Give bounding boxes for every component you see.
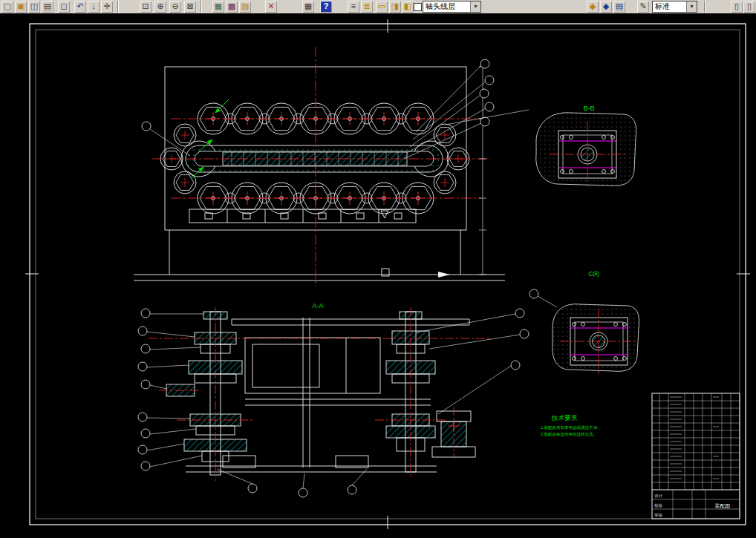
yellow-page-icon[interactable]: ◨ <box>389 1 401 13</box>
doc-glyph-2: ▯ <box>747 1 752 10</box>
palette-icon[interactable]: ▤ <box>613 1 625 13</box>
erase-glyph: ✕ <box>267 1 274 10</box>
drawing-name: 装配图 <box>715 503 731 509</box>
gold-gem-icon[interactable]: ◆ <box>587 1 599 13</box>
part-balloons-plan <box>142 59 529 159</box>
aa-outline <box>166 312 475 475</box>
image-glyph-1: ▦ <box>215 1 222 10</box>
notes-title: 技术要求 <box>551 414 578 421</box>
chevron-down-icon[interactable]: ▼ <box>686 1 697 12</box>
auditor-label: 审核 <box>654 513 663 517</box>
zoom-in-glyph: ⊕ <box>157 1 163 10</box>
notes-line-2: 2.装配后各运动件应运转灵活。 <box>541 432 597 437</box>
yellow-layer-glyph: ◧ <box>404 1 411 10</box>
technical-notes: 技术要求 1.装配前所有零件必须清洗干净; 2.装配后各运动件应运转灵活。 <box>541 414 599 437</box>
gold-gem-glyph: ◆ <box>590 1 596 10</box>
image-icon-2[interactable]: ▩ <box>226 1 238 13</box>
pencil-icon[interactable]: ✎ <box>637 1 649 13</box>
zoom-window-icon[interactable]: ⊡ <box>140 1 151 13</box>
yellow-frame-icon[interactable]: ▭ <box>376 1 388 13</box>
zoom-in-icon[interactable]: ⊕ <box>154 1 166 13</box>
chevron-down-icon[interactable]: ▼ <box>470 1 480 12</box>
new-file-glyph: ▢ <box>4 1 11 10</box>
cad-application-window: { "toolbar": { "dropdown_glyph": "▼", "l… <box>0 0 756 538</box>
image-icon-3[interactable]: ▨ <box>239 1 251 13</box>
notes-line-1: 1.装配前所有零件必须清洗干净; <box>541 425 599 430</box>
title-block: 设计 校核 审核 装配图 <box>652 393 740 519</box>
blue-gem-glyph: ◆ <box>603 1 609 10</box>
image-glyph-3: ▨ <box>241 1 249 10</box>
style-combo[interactable]: 标准 ▼ <box>652 1 697 13</box>
down-arrow-glyph: ↓ <box>91 1 96 10</box>
checker-label: 校核 <box>654 503 663 508</box>
section-aa-view: A-A <box>138 302 529 497</box>
image-glyph-2: ▩ <box>228 1 235 10</box>
toolbar-separator <box>117 1 119 13</box>
layer-combo[interactable]: 轴头线层 ▼ <box>423 1 481 13</box>
pan-glyph: ✛ <box>103 1 110 10</box>
print-preview-glyph: ◻ <box>60 1 67 10</box>
drawing-canvas[interactable]: B-B C向 A-A <box>0 13 756 538</box>
layer-checkbox[interactable] <box>414 3 422 11</box>
doc-icon-1[interactable]: ▯ <box>731 1 743 13</box>
yellow-frame-glyph: ▭ <box>378 1 385 10</box>
plan-view <box>134 47 529 286</box>
view-c: C向 <box>529 270 639 374</box>
image-icon-1[interactable]: ▦ <box>212 1 224 13</box>
view-direction-arrow <box>438 272 450 278</box>
section-bb-view: B-B <box>536 105 636 187</box>
yellow-layer-icon[interactable]: ◧ <box>402 1 414 13</box>
layer-combo-value: 轴头线层 <box>426 2 455 10</box>
style-combo-value: 标准 <box>655 2 670 10</box>
section-bb-label: B-B <box>583 105 594 112</box>
open-file-icon[interactable]: ▣ <box>15 1 27 13</box>
main-toolbar: ▢ ▣ ◫ ▤ ◻ ↶ ↓ ✛ ⊡ ⊕ ⊖ ⊠ ▦ ▩ ▨ ✕ ▦ ? ≡ ≣ … <box>0 0 756 14</box>
undo-icon[interactable]: ↶ <box>74 1 86 13</box>
section-aa-label: A-A <box>312 302 323 309</box>
toolbar-separator <box>201 1 202 13</box>
pencil-glyph: ✎ <box>639 1 646 10</box>
zoom-window-glyph: ⊡ <box>142 1 149 10</box>
doc-glyph-1: ▯ <box>734 1 739 10</box>
layers-glyph: ≡ <box>351 1 356 10</box>
table-grid-glyph: ▦ <box>304 1 312 10</box>
blue-gem-icon[interactable]: ◆ <box>600 1 612 13</box>
zoom-extents-icon[interactable]: ⊠ <box>184 1 196 13</box>
layer-props-icon[interactable]: ≣ <box>361 1 373 13</box>
erase-icon[interactable]: ✕ <box>265 1 277 13</box>
doc-icon-2[interactable]: ▯ <box>743 1 755 13</box>
yellow-page-glyph: ◨ <box>391 1 399 10</box>
pan-icon[interactable]: ✛ <box>101 1 113 13</box>
view-c-label: C向 <box>588 270 600 278</box>
zoom-out-icon[interactable]: ⊖ <box>169 1 181 13</box>
open-file-glyph: ▣ <box>17 1 25 10</box>
layers-icon[interactable]: ≡ <box>348 1 359 13</box>
print-glyph: ▤ <box>44 1 51 10</box>
zoom-out-glyph: ⊖ <box>172 1 178 10</box>
table-grid-icon[interactable]: ▦ <box>302 1 314 13</box>
designer-label: 设计 <box>654 493 663 498</box>
palette-glyph: ▤ <box>616 1 623 10</box>
drawing-frame <box>25 19 750 529</box>
down-arrow-icon[interactable]: ↓ <box>88 1 100 13</box>
save-file-icon[interactable]: ◫ <box>28 1 40 13</box>
toolbar-separator <box>704 1 706 13</box>
save-file-glyph: ◫ <box>30 1 38 10</box>
help-glyph: ? <box>324 1 329 10</box>
new-file-icon[interactable]: ▢ <box>1 1 13 13</box>
layer-props-glyph: ≣ <box>363 1 370 10</box>
print-icon[interactable]: ▤ <box>42 1 53 13</box>
undo-glyph: ↶ <box>76 1 83 10</box>
zoom-extents-glyph: ⊠ <box>186 1 193 10</box>
cad-drawing: B-B C向 A-A <box>0 13 756 538</box>
print-preview-icon[interactable]: ◻ <box>58 1 70 13</box>
help-icon[interactable]: ? <box>320 1 332 13</box>
